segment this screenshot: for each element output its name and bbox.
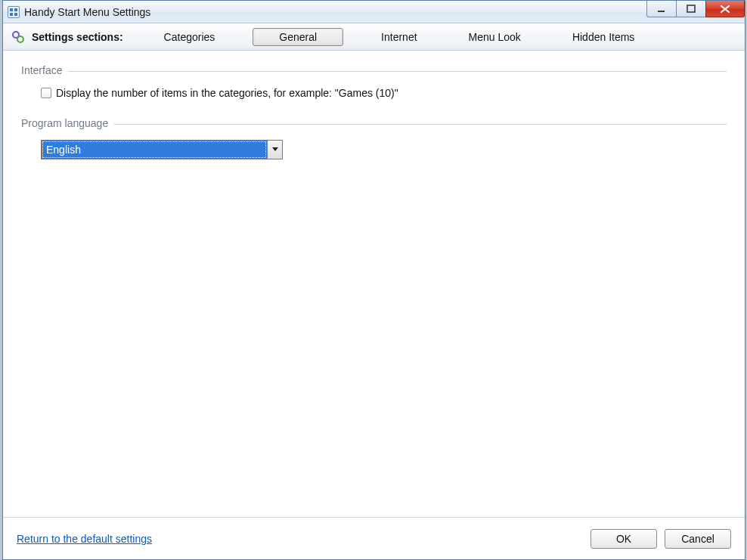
svg-rect-0 bbox=[10, 8, 13, 11]
group-interface: Interface Display the number of items in… bbox=[21, 64, 727, 102]
tab-categories[interactable]: Categories bbox=[150, 29, 229, 45]
chevron-down-icon bbox=[272, 147, 278, 152]
divider bbox=[68, 71, 727, 72]
window-controls bbox=[647, 1, 745, 17]
tab-internet[interactable]: Internet bbox=[367, 29, 430, 45]
ok-button[interactable]: OK bbox=[590, 529, 657, 549]
svg-marker-8 bbox=[272, 147, 278, 151]
tab-general[interactable]: General bbox=[253, 28, 343, 46]
svg-rect-5 bbox=[687, 5, 695, 12]
divider bbox=[114, 124, 727, 125]
minimize-icon bbox=[657, 5, 666, 14]
close-icon bbox=[720, 5, 730, 14]
cancel-button[interactable]: Cancel bbox=[665, 529, 731, 549]
language-combobox[interactable]: English bbox=[41, 140, 283, 159]
display-count-label: Display the number of items in the categ… bbox=[56, 87, 398, 99]
settings-window: Handy Start Menu Settings Settings secti… bbox=[2, 0, 745, 560]
tab-menu-look[interactable]: Menu Look bbox=[455, 29, 535, 45]
group-language-label: Program language bbox=[21, 117, 108, 129]
window-title: Handy Start Menu Settings bbox=[24, 6, 150, 18]
display-count-checkbox[interactable] bbox=[41, 88, 51, 98]
language-selected-value: English bbox=[42, 141, 267, 159]
group-legend: Interface bbox=[21, 64, 727, 76]
display-count-row: Display the number of items in the categ… bbox=[41, 87, 727, 99]
group-legend: Program language bbox=[21, 117, 727, 129]
tab-hidden-items[interactable]: Hidden Items bbox=[559, 29, 648, 45]
content-area: Interface Display the number of items in… bbox=[3, 51, 745, 517]
sections-label: Settings sections: bbox=[32, 31, 123, 43]
svg-rect-3 bbox=[14, 13, 17, 16]
settings-gear-icon bbox=[11, 29, 26, 45]
maximize-icon bbox=[687, 5, 696, 14]
footer-buttons: OK Cancel bbox=[590, 529, 731, 549]
combo-dropdown-button[interactable] bbox=[267, 141, 282, 159]
svg-rect-2 bbox=[10, 13, 13, 16]
footer: Return to the default settings OK Cancel bbox=[3, 517, 745, 559]
titlebar: Handy Start Menu Settings bbox=[3, 1, 745, 23]
sections-toolbar: Settings sections: Categories General In… bbox=[3, 23, 745, 51]
svg-rect-4 bbox=[658, 11, 665, 12]
app-icon bbox=[8, 6, 20, 18]
maximize-button[interactable] bbox=[676, 1, 706, 17]
svg-point-7 bbox=[17, 36, 23, 42]
group-interface-label: Interface bbox=[21, 64, 62, 76]
group-language: Program language English bbox=[21, 117, 727, 162]
minimize-button[interactable] bbox=[646, 1, 677, 17]
svg-rect-1 bbox=[14, 8, 17, 11]
close-button[interactable] bbox=[705, 1, 745, 17]
reset-defaults-link[interactable]: Return to the default settings bbox=[17, 533, 152, 545]
